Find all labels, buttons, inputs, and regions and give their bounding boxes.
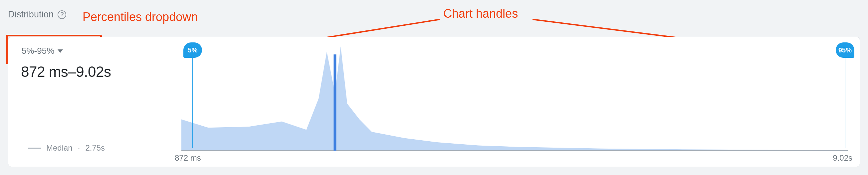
chart-handle-low[interactable]: 5% <box>183 43 202 58</box>
annotation-dropdown-label: Percentiles dropdown <box>83 10 198 24</box>
chevron-down-icon <box>58 49 63 53</box>
chart-handle-high-line <box>845 58 845 148</box>
percentile-dropdown[interactable]: 5%-95% <box>21 44 64 57</box>
median-swatch-icon <box>28 148 41 149</box>
median-value: 2.75s <box>85 143 105 153</box>
axis-label-min: 872 ms <box>175 153 201 162</box>
chart-handle-high[interactable]: 95% <box>836 43 855 58</box>
median-legend: Median · 2.75s <box>28 143 105 153</box>
median-label: Median <box>46 143 72 153</box>
chart-handle-low-line <box>192 58 193 148</box>
median-separator: · <box>78 143 80 153</box>
range-value: 872 ms–9.02s <box>21 64 164 80</box>
distribution-chart-svg <box>181 46 848 151</box>
distribution-card: 5%-95% 872 ms–9.02s Median · 2.75s 872 m… <box>8 37 860 167</box>
chart-handle-high-label: 95% <box>838 46 852 54</box>
percentile-dropdown-label: 5%-95% <box>22 46 54 56</box>
distribution-chart <box>181 46 848 151</box>
annotation-handles-label: Chart handles <box>443 7 518 21</box>
chart-handle-low-label: 5% <box>188 46 198 54</box>
help-icon[interactable]: ? <box>58 10 66 19</box>
axis-label-max: 9.02s <box>833 153 852 162</box>
section-title: Distribution <box>8 9 54 20</box>
